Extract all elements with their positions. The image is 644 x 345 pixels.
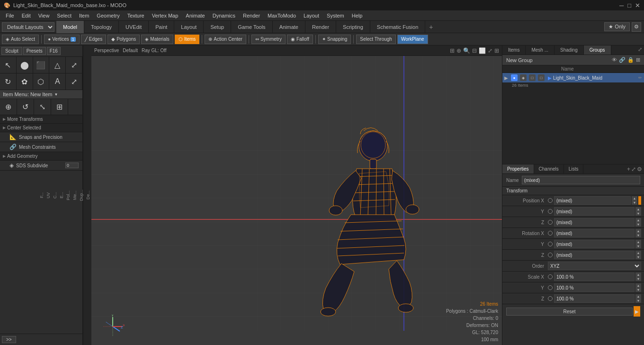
- pos-x-up[interactable]: ▲: [632, 196, 637, 200]
- menu-item-geometry[interactable]: Geometry: [93, 12, 123, 19]
- rot-x-value[interactable]: (mixed): [554, 229, 635, 237]
- tab-scripting[interactable]: Scripting: [336, 21, 370, 33]
- menu-item-file[interactable]: File: [2, 12, 18, 19]
- pos-x-value[interactable]: (mixed): [554, 196, 631, 205]
- link-icon[interactable]: 🔗: [619, 57, 626, 63]
- move-icon[interactable]: ⊕: [0, 99, 17, 115]
- tool-sphere-icon[interactable]: ⬤: [17, 57, 33, 73]
- pos-z-value[interactable]: (mixed): [554, 218, 635, 227]
- scale-x-value[interactable]: 100.0 %: [554, 272, 635, 281]
- more-transforms-section[interactable]: ▶ More Transforms: [0, 115, 82, 124]
- tool-cylinder-icon[interactable]: ⬛: [33, 57, 50, 73]
- menu-item-system[interactable]: System: [323, 12, 348, 19]
- menu-item-maxtomodo[interactable]: MaxToModo: [264, 12, 300, 19]
- order-select[interactable]: XYZ XZY YXZ YZX ZXY ZYX: [548, 262, 641, 270]
- snaps-precision-item[interactable]: 📐 Snaps and Precision: [0, 132, 82, 142]
- viewport-center-icon[interactable]: ⊕: [456, 47, 461, 54]
- scale-z-value[interactable]: 100.0 %: [554, 294, 635, 303]
- menu-item-edit[interactable]: Edit: [18, 12, 35, 19]
- tab-setup[interactable]: Setup: [204, 21, 231, 33]
- reset-button[interactable]: Reset: [506, 308, 633, 316]
- viewport-maximize-icon[interactable]: ⤢: [488, 47, 492, 54]
- tab-topology[interactable]: Topology: [84, 21, 119, 33]
- pos-x-down[interactable]: ▼: [632, 200, 637, 205]
- tool-expand-icon[interactable]: ⤢: [66, 57, 82, 73]
- scale-z-up[interactable]: ▲: [635, 294, 641, 299]
- menu-item-dynamics[interactable]: Dynamics: [209, 12, 239, 19]
- render-icon[interactable]: ◈: [520, 74, 527, 81]
- menu-item-render[interactable]: Render: [239, 12, 264, 19]
- auto-select-button[interactable]: ◈ Auto Select: [2, 35, 39, 44]
- center-selected-section[interactable]: ▶ Center Selected: [0, 124, 82, 132]
- visibility-icon[interactable]: ●: [511, 74, 518, 81]
- tab-render[interactable]: Render: [305, 21, 336, 33]
- tool-arrow-icon[interactable]: ↖: [0, 57, 17, 73]
- sds-value-input[interactable]: [65, 163, 79, 168]
- workplane-button[interactable]: WorkPlane: [397, 35, 428, 44]
- menu-item-texture[interactable]: Texture: [124, 12, 148, 19]
- symmetry-button[interactable]: ⇔ Symmetry: [251, 35, 286, 44]
- items-button[interactable]: ⬡ Items: [175, 35, 199, 44]
- prop-expand-icon[interactable]: +: [627, 166, 630, 172]
- scale-icon[interactable]: ⤡: [34, 99, 51, 115]
- channels-tab[interactable]: Channels: [534, 164, 564, 173]
- sculpt-button[interactable]: Sculpt: [1, 47, 22, 55]
- rot-z-down[interactable]: ▼: [635, 255, 641, 259]
- viewport-canvas[interactable]: Z Y X 26 Items Polygons : Catmull-Clark …: [91, 56, 502, 345]
- name-input[interactable]: [522, 176, 640, 184]
- materials-button[interactable]: ◈ Materials: [141, 35, 173, 44]
- rot-z-value[interactable]: (mixed): [554, 251, 635, 259]
- presets-button[interactable]: Presets: [23, 47, 46, 55]
- mesh-constraints-item[interactable]: 🔗 Mesh Constraints: [0, 142, 82, 152]
- tab-schematic-fusion[interactable]: Schematic Fusion: [370, 21, 425, 33]
- rot-x-up[interactable]: ▲: [635, 229, 641, 233]
- tab-paint[interactable]: Paint: [149, 21, 174, 33]
- scale-x-up[interactable]: ▲: [635, 272, 641, 277]
- viewport-home-icon[interactable]: ⊞: [450, 47, 455, 54]
- transform-section-header[interactable]: Transform: [502, 187, 644, 195]
- scale-y-down[interactable]: ▼: [635, 288, 641, 292]
- rot-y-down[interactable]: ▼: [635, 244, 641, 248]
- pos-y-down[interactable]: ▼: [635, 211, 641, 216]
- menu-item-select[interactable]: Select: [53, 12, 75, 19]
- tool-drop-icon[interactable]: ⬡: [33, 73, 50, 90]
- action-center-button[interactable]: ⊕ Action Center: [205, 35, 246, 44]
- rot-y-up[interactable]: ▲: [635, 240, 641, 244]
- group-pencil-icon[interactable]: ✏: [638, 75, 642, 80]
- reset-orange-btn[interactable]: ▶: [634, 306, 640, 317]
- pos-y-up[interactable]: ▲: [635, 207, 641, 211]
- group-item[interactable]: ▶ ● ◈ □ □ ▶ Light_Skin_Black_Maid ✏: [502, 73, 644, 82]
- layout-dropdown[interactable]: Default Layouts: [2, 22, 54, 32]
- viewport-grid-icon[interactable]: ⊞: [494, 47, 499, 54]
- vertices-button[interactable]: ● Vertices 1: [44, 35, 80, 44]
- menu-item-animate[interactable]: Animate: [182, 12, 208, 19]
- properties-tab[interactable]: Properties: [502, 164, 534, 173]
- eye-icon[interactable]: 👁: [612, 57, 617, 63]
- maximize-button[interactable]: □: [627, 2, 631, 9]
- viewport[interactable]: Perspective Default Ray GL: Off ⊞ ⊕ 🔍 ⊟ …: [91, 45, 502, 345]
- menu-item-view[interactable]: View: [35, 12, 54, 19]
- select-through-button[interactable]: Select Through: [356, 35, 396, 44]
- edges-button[interactable]: ╱ Edges: [81, 35, 106, 44]
- lock-icon[interactable]: 🔒: [627, 57, 634, 63]
- rotate-icon[interactable]: ↺: [17, 99, 34, 115]
- rot-y-value[interactable]: (mixed): [554, 240, 635, 248]
- tool-text-icon[interactable]: A: [49, 73, 66, 90]
- sds-subdivide-item[interactable]: ◈ SDS Subdivide: [0, 161, 82, 171]
- scale-y-value[interactable]: 100.0 %: [554, 283, 635, 292]
- more-button[interactable]: >>: [2, 336, 16, 343]
- grid-icon[interactable]: ⊞: [636, 57, 640, 63]
- tool-cone-icon[interactable]: △: [49, 57, 66, 73]
- snapping-button[interactable]: ✦ Snapping: [318, 35, 351, 44]
- viewport-zoom-out-icon[interactable]: ⊟: [472, 47, 477, 54]
- lock2-icon[interactable]: □: [529, 74, 536, 81]
- minimize-button[interactable]: ─: [619, 2, 624, 9]
- tool-loop-icon[interactable]: ↻: [0, 73, 17, 90]
- menu-item-layout[interactable]: Layout: [300, 12, 323, 19]
- scale-z-down[interactable]: ▼: [635, 299, 641, 303]
- tool-twist-icon[interactable]: ✿: [17, 73, 33, 90]
- tab-animate[interactable]: Animate: [273, 21, 305, 33]
- scale-y-up[interactable]: ▲: [635, 283, 641, 288]
- viewport-fit-icon[interactable]: ⬜: [479, 47, 486, 54]
- mesh-tab[interactable]: Mesh ...: [526, 45, 555, 54]
